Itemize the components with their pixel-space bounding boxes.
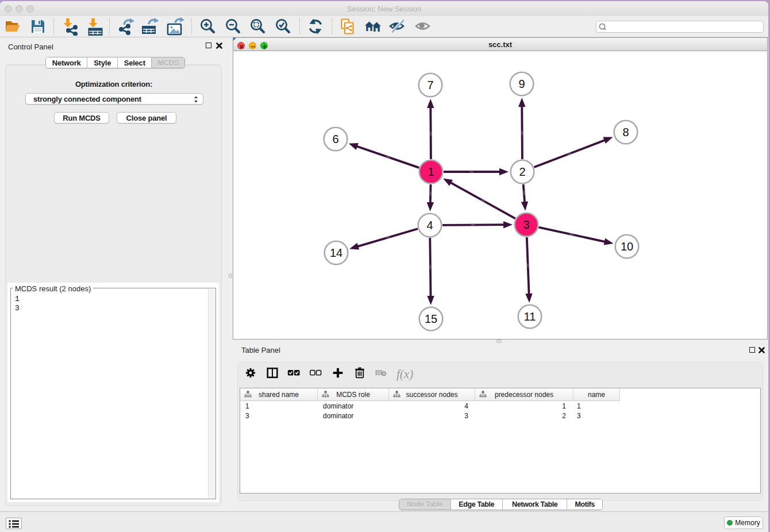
svg-text:14: 14: [330, 246, 342, 259]
svg-text:15: 15: [425, 313, 437, 325]
svg-text:7: 7: [427, 79, 433, 91]
svg-text:6: 6: [332, 133, 338, 145]
svg-text:4: 4: [426, 219, 433, 232]
svg-text:10: 10: [621, 240, 633, 253]
svg-text:8: 8: [622, 126, 629, 138]
svg-text:11: 11: [524, 310, 536, 323]
svg-text:2: 2: [519, 165, 525, 178]
svg-text:9: 9: [518, 78, 525, 90]
svg-text:3: 3: [523, 218, 529, 231]
svg-text:1: 1: [428, 165, 434, 178]
